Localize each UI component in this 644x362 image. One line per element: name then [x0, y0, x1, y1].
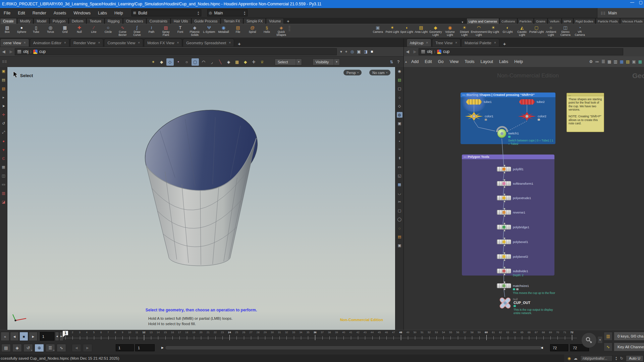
- new-pane-tab-button[interactable]: +: [500, 41, 509, 47]
- snapshot-icon[interactable]: ▣: [397, 243, 402, 248]
- shelf-tool-l-system[interactable]: ΨL-System: [202, 24, 216, 38]
- shelf-tool-metaball[interactable]: ◉Metaball: [216, 24, 231, 38]
- pose-tool-icon[interactable]: ●: [1, 138, 6, 144]
- visibility-eye-icon[interactable]: ◉: [397, 68, 402, 74]
- auto-update-dropdown[interactable]: Auto U: [626, 355, 643, 362]
- shelf-tool-tube[interactable]: ▯Tube: [29, 24, 43, 38]
- spinner-icon[interactable]: ▲▼: [241, 11, 246, 15]
- node-name-label[interactable]: color2: [538, 114, 546, 118]
- color-swatch[interactable]: ■: [371, 49, 373, 54]
- back-button[interactable]: ◀: [404, 49, 411, 54]
- new-pane-tab-button[interactable]: +: [235, 41, 244, 47]
- netbar-palette-icon[interactable]: ▦: [638, 59, 642, 64]
- shelf-tool-draw-curve[interactable]: ∫Draw Curve: [130, 24, 144, 38]
- breadcrumb[interactable]: obj ⟩ cup: [15, 48, 337, 55]
- back-button[interactable]: ◀: [0, 49, 7, 54]
- menu-labs[interactable]: Labs: [94, 8, 111, 18]
- node-name-label[interactable]: tube1: [484, 100, 492, 104]
- realtime-toggle-icon[interactable]: ⊕: [35, 344, 44, 352]
- close-icon[interactable]: ×: [177, 41, 179, 45]
- snap-icon[interactable]: ✛: [250, 58, 258, 66]
- spinner-icon[interactable]: ▲▼: [195, 11, 200, 15]
- node-name-label[interactable]: polybridge1: [513, 225, 529, 229]
- show-handles-icon[interactable]: ✶: [150, 58, 157, 66]
- shelf-tool-stereo-camera[interactable]: ◫Stereo Camera: [558, 24, 573, 38]
- shelf-tool-caustic-light[interactable]: ◭Caustic Light: [515, 24, 529, 38]
- shelf-tool-sphere[interactable]: ●Sphere: [14, 24, 29, 38]
- shelf-tool-box[interactable]: ▧Box: [0, 24, 14, 38]
- dopesheet-icon[interactable]: ☰▾: [46, 344, 55, 352]
- shelf-tab-volume[interactable]: Volume: [266, 18, 284, 24]
- dot-icon[interactable]: •: [397, 138, 402, 144]
- shelf-tool-point-light[interactable]: ✶Point Light: [385, 24, 399, 38]
- node-tube1[interactable]: [466, 99, 482, 105]
- headlight-icon[interactable]: ○: [397, 95, 402, 100]
- shelf-tool-curve-bezier[interactable]: ∿Curve Bezier: [115, 24, 130, 38]
- toolbox-icon-3[interactable]: ▧: [1, 86, 6, 92]
- menu-file[interactable]: File: [0, 8, 14, 18]
- network-menu-layout[interactable]: Layout: [478, 59, 496, 64]
- visibility-dropdown[interactable]: Visibility ▾: [313, 59, 340, 65]
- shelf-tool-sky-light[interactable]: ☀Sky Light: [486, 24, 500, 38]
- node-cup-out[interactable]: [496, 294, 514, 312]
- cup-geometry[interactable]: [7, 67, 395, 330]
- node-name-label[interactable]: softtransform1: [513, 182, 533, 185]
- sticky-note-header[interactable]: —: [567, 93, 604, 96]
- close-icon[interactable]: ×: [455, 41, 457, 45]
- shelf-add-tab-button[interactable]: +: [284, 19, 292, 24]
- scale-tool-icon[interactable]: ⤢: [1, 129, 6, 135]
- shelf-tab-particles[interactable]: Particles: [518, 18, 534, 24]
- shelf-tab-terrain-fx[interactable]: Terrain FX: [221, 18, 243, 24]
- loop-mode-icon[interactable]: ↺▾: [23, 344, 33, 352]
- shelf-tool-quick-shapes[interactable]: ◈Quick Shapes: [274, 24, 288, 38]
- lock-badge-icon[interactable]: [516, 288, 519, 290]
- construction-icon[interactable]: Ͼ: [1, 156, 6, 161]
- link-badge-icon[interactable]: [538, 119, 540, 121]
- contained-icon[interactable]: ◆: [242, 58, 249, 66]
- node-name-label[interactable]: color1: [485, 114, 493, 118]
- shelf-tool-line[interactable]: ∕Line: [87, 24, 101, 38]
- follow-target-icon[interactable]: ◎: [351, 49, 354, 54]
- node-name-label[interactable]: reverse1: [513, 210, 525, 214]
- grid-toggle-icon[interactable]: ▦: [1, 164, 6, 170]
- menu-help[interactable]: Help: [111, 8, 127, 18]
- node-switch1[interactable]: [497, 129, 506, 138]
- normals-icon[interactable]: ⇞: [397, 156, 402, 161]
- material-preview-icon[interactable]: ▧: [397, 77, 402, 83]
- scene-viewport[interactable]: Select Persp▾ No cam▾ Select the geometr…: [7, 67, 395, 330]
- link-display-icon[interactable]: ◨: [364, 49, 368, 54]
- pane-tab-obj-cup[interactable]: /obj/cup×: [407, 39, 431, 47]
- pane-tab-animation-editor[interactable]: Animation Editor×: [30, 39, 69, 47]
- object-mode-icon[interactable]: ◆: [158, 58, 165, 66]
- shadows-icon[interactable]: ●: [397, 129, 402, 135]
- node-polybevel2[interactable]: [497, 254, 511, 259]
- node-name-label[interactable]: polybevel1: [513, 240, 528, 244]
- shelf-tab-rigid-bodies[interactable]: Rigid Bodies: [574, 18, 595, 24]
- key-all-channels-button[interactable]: Key All Channe: [614, 343, 644, 351]
- close-icon[interactable]: ×: [494, 41, 496, 45]
- toolbar-grip[interactable]: ⠿⠿: [2, 61, 7, 63]
- wireframe-icon[interactable]: ▦: [397, 182, 402, 187]
- pane-tab-motion-fx-view[interactable]: Motion FX View×: [144, 39, 182, 47]
- close-icon[interactable]: ×: [138, 41, 140, 45]
- comment-badge-icon[interactable]: [513, 288, 515, 290]
- laser-select-icon[interactable]: ╲: [217, 58, 224, 66]
- network-menu-edit[interactable]: Edit: [422, 59, 435, 64]
- persp-view-button[interactable]: Persp▾: [343, 70, 362, 75]
- netbar-notes-icon[interactable]: ▤: [626, 59, 630, 64]
- shelf-tab-modify[interactable]: Modify: [17, 18, 34, 24]
- scroll-up-icon[interactable]: ▲: [404, 60, 408, 63]
- desktop-selector-build[interactable]: ⊞ Build ▲▼: [131, 9, 201, 16]
- network-editor[interactable]: Non-Commercial Edition Geor — Starting S…: [404, 67, 644, 330]
- shelf-tab-guide-process[interactable]: Guide Process: [192, 18, 221, 24]
- netbar-overview-icon[interactable]: ▣: [632, 59, 636, 64]
- highquality-light-icon[interactable]: ◍: [397, 112, 402, 118]
- shelf-tool-portal-light[interactable]: ▢Portal Light: [529, 24, 544, 38]
- mirror-icon[interactable]: ◫: [1, 173, 6, 179]
- shelf-tab-hair-utils[interactable]: Hair Utils: [171, 18, 191, 24]
- select-all-icon[interactable]: ◈: [225, 58, 232, 66]
- audio-icon[interactable]: ◈: [12, 344, 22, 352]
- translate-tool-icon[interactable]: ✛: [1, 112, 6, 118]
- node-name-label[interactable]: matchsize1: [513, 284, 529, 288]
- range-left-handle[interactable]: ►: [161, 346, 164, 350]
